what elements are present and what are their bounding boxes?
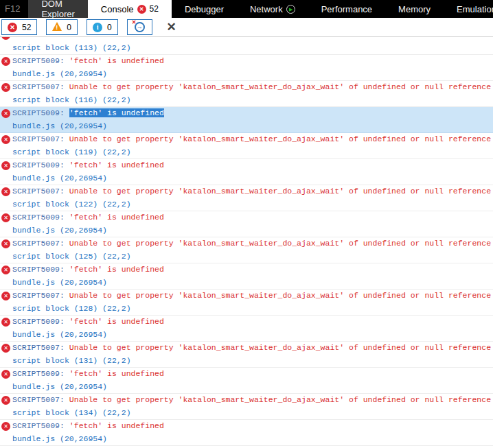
source-location-link[interactable]: script block (128) (22,2)	[0, 303, 493, 316]
error-code: SCRIPT5009:	[12, 421, 65, 430]
source-location-link[interactable]: bundle.js (20,26954)	[0, 329, 493, 342]
error-message: 'fetch' is undefined	[69, 421, 164, 430]
error-code: SCRIPT5007:	[12, 82, 65, 91]
source-location-link[interactable]: script block (122) (22,2)	[0, 198, 493, 211]
console-message-line: SCRIPT5009: 'fetch' is undefined	[0, 263, 493, 276]
filter-info-button[interactable]: 0	[87, 19, 118, 35]
console-message-line: SCRIPT5009: 'fetch' is undefined	[0, 316, 493, 329]
tab-performance[interactable]: Performance	[308, 0, 385, 18]
tab-debugger[interactable]: Debugger	[172, 0, 237, 18]
console-entry[interactable]: SCRIPT5007: Unable to get property 'kata…	[0, 185, 493, 211]
console-toolbar: 52 0 0	[0, 18, 493, 37]
console-entry[interactable]: SCRIPT5009: 'fetch' is undefinedbundle.j…	[0, 420, 493, 446]
source-location-link[interactable]: bundle.js (20,26954)	[0, 68, 493, 81]
source-location-link[interactable]: script block (119) (22,2)	[0, 146, 493, 159]
console-message-line: SCRIPT5007: Unable to get property 'kata…	[0, 237, 493, 250]
console-message-line: SCRIPT5007: Unable to get property 'kata…	[0, 290, 493, 303]
error-icon	[1, 37, 10, 40]
error-message: 'fetch' is undefined	[69, 56, 164, 65]
console-message-line: SCRIPT5009: 'fetch' is undefined	[0, 368, 493, 381]
console-entry[interactable]: script block (113) (22,2)	[0, 37, 493, 55]
error-message: 'fetch' is undefined	[69, 213, 164, 222]
error-filter-count: 52	[22, 23, 31, 32]
source-location-link[interactable]: script block (116) (22,2)	[0, 94, 493, 107]
f12-devtools-window: F12 DOM Explorer Console 52 Debugger Net…	[0, 0, 493, 448]
warning-filter-count: 0	[67, 23, 71, 32]
source-location-link[interactable]: bundle.js (20,26954)	[0, 276, 493, 290]
console-entry[interactable]: SCRIPT5007: Unable to get property 'kata…	[0, 290, 493, 316]
error-icon	[1, 422, 10, 431]
error-code: SCRIPT5009:	[12, 108, 65, 117]
tab-label: DOM Explorer	[41, 0, 74, 19]
source-location-link[interactable]: script block (125) (22,2)	[0, 250, 493, 263]
error-code: SCRIPT5009:	[12, 317, 65, 326]
tab-network[interactable]: Network	[237, 0, 308, 18]
console-entry[interactable]: SCRIPT5007: Unable to get property 'kata…	[0, 81, 493, 107]
error-icon	[1, 292, 10, 300]
tab-label: Network	[250, 4, 283, 14]
error-code: SCRIPT5007:	[12, 291, 65, 300]
console-entry[interactable]: SCRIPT5009: 'fetch' is undefinedbundle.j…	[0, 159, 493, 185]
tab-label: Console	[101, 4, 134, 14]
console-entry[interactable]: SCRIPT5009: 'fetch' is undefinedbundle.j…	[0, 107, 493, 133]
error-icon	[1, 344, 10, 353]
tab-emulation[interactable]: Emulation	[444, 0, 493, 18]
tab-label: Emulation	[457, 4, 493, 14]
console-entry[interactable]: SCRIPT5009: 'fetch' is undefinedbundle.j…	[0, 368, 493, 394]
source-location-link[interactable]: script block (131) (22,2)	[0, 355, 493, 368]
source-location-link[interactable]: bundle.js (20,26954)	[0, 172, 493, 185]
console-message-line: SCRIPT5009: 'fetch' is undefined	[0, 420, 493, 433]
clear-on-navigate-button[interactable]	[127, 19, 152, 35]
tab-memory[interactable]: Memory	[385, 0, 444, 18]
error-icon	[1, 213, 10, 222]
devtools-tab-bar: F12 DOM Explorer Console 52 Debugger Net…	[0, 0, 493, 18]
console-entry[interactable]: SCRIPT5009: 'fetch' is undefinedbundle.j…	[0, 263, 493, 290]
error-code: SCRIPT5009:	[12, 265, 65, 274]
clear-on-navigate-icon	[135, 22, 145, 32]
tab-label: Debugger	[185, 4, 224, 14]
warning-filter-icon	[52, 22, 62, 31]
console-entry[interactable]: SCRIPT5009: 'fetch' is undefinedbundle.j…	[0, 211, 493, 237]
clear-console-button[interactable]	[163, 19, 180, 36]
console-entry[interactable]: SCRIPT5007: Unable to get property 'kata…	[0, 133, 493, 159]
error-icon	[1, 135, 10, 144]
console-entry[interactable]: SCRIPT5007: Unable to get property 'kata…	[0, 394, 493, 420]
source-location-link[interactable]: script block (113) (22,2)	[0, 42, 493, 55]
tab-dom-explorer[interactable]: DOM Explorer	[28, 0, 87, 18]
error-message: 'fetch' is undefined	[69, 108, 164, 117]
error-message: Unable to get property 'katalon_smart_wa…	[69, 187, 491, 196]
error-code: SCRIPT5007:	[12, 187, 65, 196]
console-entry[interactable]: SCRIPT5007: Unable to get property 'kata…	[0, 237, 493, 263]
source-location-link[interactable]: bundle.js (20,26954)	[0, 433, 493, 446]
console-entry[interactable]: SCRIPT5009: 'fetch' is undefinedbundle.j…	[0, 316, 493, 342]
filter-errors-button[interactable]: 52	[1, 19, 37, 35]
source-location-link[interactable]: bundle.js (20,26954)	[0, 381, 493, 394]
error-icon	[1, 187, 10, 196]
error-icon	[1, 266, 10, 274]
error-filter-icon	[8, 23, 17, 32]
console-output[interactable]: script block (113) (22,2)SCRIPT5009: 'fe…	[0, 37, 493, 448]
console-message-line: SCRIPT5007: Unable to get property 'kata…	[0, 185, 493, 198]
error-icon	[1, 83, 10, 92]
error-code: SCRIPT5007:	[12, 395, 65, 404]
error-code: SCRIPT5007:	[12, 134, 65, 143]
error-icon	[1, 370, 10, 379]
source-location-link[interactable]: script block (134) (22,2)	[0, 407, 493, 420]
error-icon	[1, 396, 10, 405]
error-icon	[1, 239, 10, 248]
source-location-link[interactable]: bundle.js (20,26954)	[0, 224, 493, 237]
console-message-line: SCRIPT5009: 'fetch' is undefined	[0, 159, 493, 172]
console-message-line: SCRIPT5007: Unable to get property 'kata…	[0, 133, 493, 146]
source-location-link[interactable]: bundle.js (20,26954)	[0, 120, 493, 133]
error-message: 'fetch' is undefined	[69, 161, 164, 169]
error-message: 'fetch' is undefined	[69, 317, 164, 326]
info-filter-icon	[93, 23, 102, 32]
info-filter-count: 0	[107, 23, 112, 32]
console-entry[interactable]: SCRIPT5007: Unable to get property 'kata…	[0, 342, 493, 368]
console-entry[interactable]: SCRIPT5009: 'fetch' is undefinedbundle.j…	[0, 55, 493, 81]
error-code: SCRIPT5009:	[12, 161, 65, 169]
error-icon	[1, 161, 10, 170]
error-code: SCRIPT5007:	[12, 343, 65, 352]
filter-warnings-button[interactable]: 0	[46, 19, 78, 35]
tab-console[interactable]: Console 52	[88, 0, 172, 18]
